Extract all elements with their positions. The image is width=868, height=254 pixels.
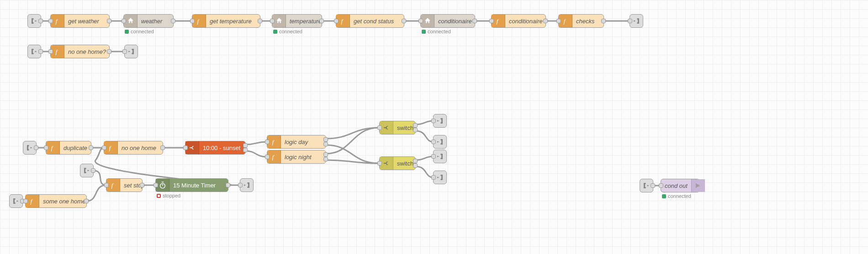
function-node-set-stop[interactable]: f set stop [106,178,143,192]
node-label: weather [138,15,173,27]
link-in-node[interactable] [80,164,94,177]
link-out-icon [436,117,444,125]
link-in-node[interactable] [23,141,37,155]
node-label: logic day [281,135,326,148]
switch-node-ten-sunset[interactable]: 10:00 - sunset [185,141,246,155]
status-dot [662,194,666,198]
svg-text:f: f [496,18,499,25]
svg-text:f: f [30,198,33,205]
link-out-node[interactable] [433,171,447,184]
node-label: cond out [661,179,691,192]
link-out-icon [127,47,135,56]
function-node-some-one-home-q[interactable]: f some one home? [25,194,87,208]
status-text: connected [428,29,451,34]
function-node-logic-day[interactable]: f logic day [267,135,326,149]
svg-text:f: f [55,48,58,55]
link-in-icon [30,17,38,25]
function-node-get-temperature[interactable]: f get temperature [192,14,260,28]
svg-text:f: f [51,145,53,151]
function-node-duplicate[interactable]: f duplicate [46,141,91,155]
link-out-node[interactable] [124,45,138,58]
svg-text:f: f [272,154,275,161]
function-node-get-weather[interactable]: f get weather [50,14,110,28]
function-node-no-one-home-q[interactable]: f no one home? [50,45,110,58]
svg-text:f: f [111,182,114,189]
link-in-node[interactable] [640,179,653,192]
status-text: connected [668,193,691,199]
link-in-node[interactable] [27,14,41,28]
link-out-icon [436,138,444,146]
svg-text:f: f [272,139,275,145]
link-in-icon [26,144,34,152]
svg-text:f: f [197,18,200,25]
flow-canvas[interactable]: f get weather weather connected f get te… [0,0,868,254]
status-badge: stopped [157,193,180,198]
link-in-icon [642,181,651,190]
node-label: checks [572,15,603,27]
node-label: conditionaire [505,15,546,27]
link-out-node-cond-out[interactable]: cond out connected [661,179,700,192]
link-in-node[interactable] [9,194,23,208]
node-label: get temperature [206,15,260,27]
function-node-no-one-home[interactable]: f no one home [104,141,163,155]
node-label: logic night [281,150,326,163]
node-label: no one home? [64,45,110,58]
function-node-checks[interactable]: f checks [558,14,604,28]
link-in-node[interactable] [27,45,41,58]
entity-node-conditionaire[interactable]: conditionaire connected [420,14,475,28]
link-out-node[interactable] [433,135,447,149]
link-out-icon [632,17,640,25]
entity-node-weather[interactable]: weather connected [123,14,174,28]
link-out-node[interactable] [433,114,447,128]
link-out-node[interactable] [433,150,447,163]
entity-node-temperature[interactable]: temperature connected [272,14,322,28]
status-text: connected [279,29,302,34]
status-badge: connected [662,193,691,199]
status-text: connected [131,29,154,34]
link-out-icon [436,152,444,161]
svg-text:f: f [55,18,58,25]
node-label: no one home [118,141,163,154]
status-dot [125,30,129,34]
function-node-conditionaire[interactable]: f conditionaire [491,14,546,28]
status-dot [273,30,277,34]
node-label: 15 Minute Timer [169,179,228,192]
function-node-logic-night[interactable]: f logic night [267,150,326,164]
link-out-node[interactable] [630,14,643,28]
switch-node-1[interactable]: switch [379,121,416,135]
link-in-icon [83,166,91,175]
status-badge: connected [422,29,451,34]
link-out-icon [436,173,444,181]
status-dot [422,30,426,34]
link-out-node[interactable] [240,178,254,192]
status-text: stopped [163,193,180,198]
function-node-get-cond-status[interactable]: f get cond status [336,14,404,28]
node-label: duplicate [60,141,91,154]
wifi-icon [691,179,705,192]
node-label: 10:00 - sunset [199,141,245,154]
status-badge: connected [273,29,302,34]
svg-text:f: f [341,18,344,25]
svg-text:f: f [109,145,111,151]
node-label: conditionaire [434,15,476,27]
switch-node-2[interactable]: switch [379,156,416,170]
node-label: get cond status [350,15,404,27]
link-in-icon [30,47,38,56]
svg-text:f: f [563,18,566,25]
link-in-icon [12,197,20,205]
status-badge: connected [125,29,154,34]
node-label: get weather [64,15,109,27]
timer-node[interactable]: 15 Minute Timer stopped [155,178,228,192]
status-dot [157,194,161,198]
link-out-icon [243,181,251,189]
